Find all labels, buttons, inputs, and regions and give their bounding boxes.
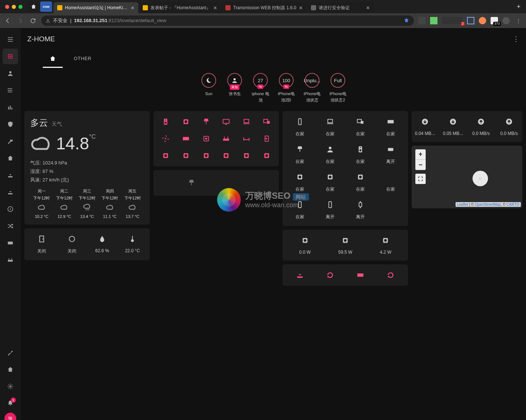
forward-button[interactable] xyxy=(16,17,24,25)
rail-devtools[interactable] xyxy=(3,133,18,149)
new-tab-button[interactable]: + xyxy=(513,1,524,12)
rail-hammer[interactable] xyxy=(3,345,18,360)
device-entity[interactable] xyxy=(159,134,172,143)
device-entity[interactable] xyxy=(159,151,172,160)
map-fullscreen[interactable] xyxy=(415,174,426,184)
ext-green-icon[interactable] xyxy=(430,17,437,24)
presence-entity[interactable]: 离开 xyxy=(349,200,372,220)
rail-menu[interactable] xyxy=(3,32,18,47)
tab-home[interactable] xyxy=(43,50,63,68)
sensor-entity[interactable]: 62.6 % xyxy=(91,234,114,254)
sensor-entity[interactable]: 关闭 xyxy=(60,234,83,254)
presence-entity[interactable]: 在家 xyxy=(288,145,311,165)
pinned-tab-dsm[interactable]: DSM xyxy=(40,1,52,12)
misc-entity[interactable] xyxy=(379,270,402,280)
device-entity[interactable] xyxy=(159,117,172,126)
forecast-day[interactable]: 周一下午12时 10.2 °C xyxy=(30,188,53,219)
device-entity[interactable] xyxy=(240,134,253,143)
forecast-day[interactable]: 周二下午12时 12.9 °C xyxy=(53,188,76,219)
ext-red-badge-icon[interactable] xyxy=(442,17,463,24)
presence-entity[interactable]: 离开 xyxy=(319,200,342,220)
close-tab-icon[interactable]: ✕ xyxy=(131,5,135,11)
close-tab-icon[interactable]: ✕ xyxy=(366,5,370,11)
transfer-entity[interactable]: 0.0 MB/s xyxy=(471,117,491,136)
close-window[interactable] xyxy=(5,5,9,9)
forecast-day[interactable]: 周五下午12时 13.7 °C xyxy=(121,188,144,219)
device-entity[interactable] xyxy=(240,151,253,160)
device-entity[interactable] xyxy=(180,134,193,143)
presence-entity[interactable]: 在家 xyxy=(379,117,402,137)
rail-overview[interactable] xyxy=(3,49,18,64)
rail-settings[interactable] xyxy=(3,379,18,394)
rail-router[interactable] xyxy=(3,252,18,268)
device-entity[interactable] xyxy=(260,134,273,143)
browser-tab[interactable]: 请进行安全验证 ✕ xyxy=(307,2,374,13)
forecast-day[interactable]: 周三下午12时 13.4 °C xyxy=(76,188,98,219)
presence-entity[interactable]: 在家 xyxy=(349,145,372,165)
device-entity[interactable] xyxy=(260,151,273,160)
browser-tab[interactable]: HomeAssistant论坛 | HomeKit论 ✕ xyxy=(53,2,138,13)
presence-entity[interactable]: 在家 xyxy=(288,117,311,137)
presence-entity[interactable]: 在家 xyxy=(288,200,311,220)
minimize-window[interactable] xyxy=(12,5,16,9)
rail-logbook[interactable] xyxy=(3,83,18,98)
device-entity[interactable] xyxy=(200,117,212,126)
rail-download2[interactable] xyxy=(3,184,18,200)
header-badge[interactable]: Sun xyxy=(198,73,219,103)
power-entity[interactable]: 0.0 W xyxy=(288,236,321,255)
ext-orange-icon[interactable] xyxy=(479,17,486,24)
device-entity[interactable] xyxy=(240,117,253,126)
header-badge[interactable]: 27 % iphone 电池 xyxy=(250,73,271,103)
url-field[interactable]: ⚠ 不安全 | 192.168.31.251:8123/lovelace/def… xyxy=(41,15,414,26)
rail-hass[interactable] xyxy=(3,362,18,377)
header-badge[interactable]: 100 % iPhone电池2阶 xyxy=(276,73,297,103)
ext-counter-icon[interactable] xyxy=(491,17,498,24)
ext-panel-icon[interactable] xyxy=(467,17,474,24)
presence-entity[interactable]: 在家 xyxy=(319,117,342,137)
misc-entity[interactable] xyxy=(319,270,342,280)
scene-entity[interactable] xyxy=(220,178,262,188)
sensor-entity[interactable]: 22.0 °C xyxy=(121,234,144,254)
misc-entity[interactable] xyxy=(349,270,372,280)
rail-map[interactable] xyxy=(3,66,18,81)
presence-entity[interactable]: 在家 xyxy=(319,145,342,165)
browser-tab[interactable]: 发表帖子 - 『HomeAssistant』 ✕ xyxy=(139,2,221,13)
rail-notifications[interactable]: 1 xyxy=(3,396,18,411)
device-entity[interactable] xyxy=(180,151,193,160)
power-entity[interactable]: 59.5 W xyxy=(329,236,361,255)
device-entity[interactable] xyxy=(260,117,273,126)
weather-card[interactable]: 多云天气 14.8°C 气压: 1024.9 hPa湿度: 87 %风速: 27… xyxy=(24,111,150,225)
device-entity[interactable] xyxy=(220,151,233,160)
reload-button[interactable] xyxy=(29,17,37,25)
tab-other[interactable]: OTHER xyxy=(67,50,98,68)
rail-history[interactable] xyxy=(3,100,18,115)
rail-random[interactable] xyxy=(3,218,18,234)
presence-entity[interactable]: 在家 xyxy=(379,172,402,192)
transfer-entity[interactable]: 0.04 MB... xyxy=(415,117,435,136)
presence-entity[interactable]: 在家 xyxy=(349,172,372,192)
ext-shield-icon[interactable] xyxy=(418,17,426,24)
header-menu[interactable]: ⋮ xyxy=(513,35,519,43)
forecast-day[interactable]: 周四下午12时 11.1 °C xyxy=(98,188,121,219)
close-tab-icon[interactable]: ✕ xyxy=(299,5,303,11)
power-entity[interactable]: 4.2 W xyxy=(369,236,402,255)
browser-tab[interactable]: Transmission WEB 控制器 1.6.0 ✕ xyxy=(222,2,307,13)
device-entity[interactable] xyxy=(200,134,212,143)
map-card[interactable]: + − Leaflet | © OpenStreetMap, © CARTO xyxy=(412,146,522,208)
map-marker[interactable] xyxy=(473,171,488,186)
map-zoom-out[interactable]: − xyxy=(415,160,426,170)
rail-download1[interactable] xyxy=(3,167,18,183)
device-entity[interactable] xyxy=(200,151,212,160)
back-button[interactable] xyxy=(4,17,12,25)
sensor-entity[interactable]: 关闭 xyxy=(30,234,53,254)
misc-entity[interactable] xyxy=(288,270,311,280)
transfer-entity[interactable]: 0.05 MB... xyxy=(443,117,463,136)
header-badge[interactable]: 未知 张书生 xyxy=(224,73,245,103)
header-badge[interactable]: Unplu... iPhone电池状态 xyxy=(302,73,322,103)
browser-menu[interactable]: ⋮ xyxy=(514,17,522,25)
presence-entity[interactable]: 在家 xyxy=(349,117,372,137)
device-entity[interactable] xyxy=(220,134,233,143)
presence-entity[interactable]: 在家 xyxy=(319,172,342,192)
device-entity[interactable] xyxy=(180,117,193,126)
map-zoom-in[interactable]: + xyxy=(415,149,426,160)
